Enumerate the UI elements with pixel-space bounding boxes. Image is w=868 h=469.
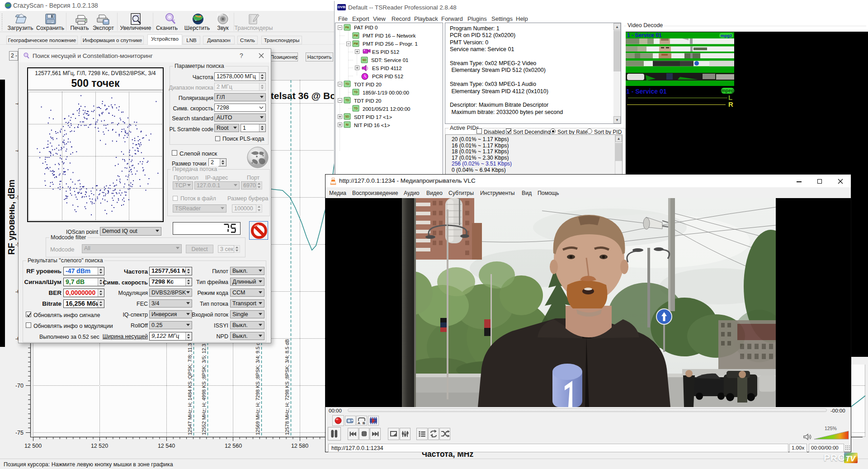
svg-text:TDT PID 20: TDT PID 20 — [354, 98, 382, 104]
svg-text:PCR PID 512: PCR PID 512 — [372, 74, 403, 79]
svg-text:12 500: 12 500 — [24, 443, 42, 449]
svg-text:12578 MHz; H; 7298 KS ;8PSK; 3: 12578 MHz; H; 7298 KS ;8PSK; 3/4; 8.5 dB — [284, 339, 290, 435]
svg-text:NIT PID 16 <1>: NIT PID 16 <1> — [354, 123, 390, 128]
svg-text:12552 MHz; H; 4998 KS ;8PSK; 3: 12552 MHz; H; 4998 KS ;8PSK; 3/5; 12.3 d… — [201, 336, 207, 435]
svg-text:2001/05/21 12:00:00: 2001/05/21 12:00:00 — [363, 106, 410, 112]
svg-text:TD: TD — [345, 82, 349, 85]
svg-text:PMT PID 16 – Network: PMT PID 16 – Network — [363, 33, 416, 38]
svg-text:TOT PID 20: TOT PID 20 — [354, 82, 382, 87]
svg-text:ES PID 4112: ES PID 4112 — [372, 66, 402, 71]
svg-text:mpg2: mpg2 — [721, 33, 732, 38]
svg-text:ES PID 512: ES PID 512 — [372, 49, 399, 55]
svg-text:-75: -75 — [15, 430, 24, 436]
svg-text:NI: NI — [346, 123, 349, 126]
svg-text:12 520: 12 520 — [91, 443, 108, 449]
svg-text:1859/-1/19 00:00:00: 1859/-1/19 00:00:00 — [363, 90, 409, 95]
svg-text:SD: SD — [345, 115, 349, 118]
svg-text:B: B — [363, 421, 365, 425]
svg-text:12 560: 12 560 — [225, 443, 242, 449]
svg-text:A: A — [358, 421, 360, 425]
svg-text:PMT PID 256 – Progr. 1: PMT PID 256 – Progr. 1 — [363, 41, 418, 47]
svg-text:PM: PM — [354, 42, 358, 45]
svg-text:12 540: 12 540 — [158, 443, 175, 449]
svg-text:TV: TV — [845, 455, 856, 463]
svg-text:TD: TD — [354, 107, 358, 110]
svg-text:RF уровень, dBm: RF уровень, dBm — [6, 180, 16, 255]
svg-text:SD: SD — [362, 58, 366, 62]
svg-text:SDT PID 17 <1>: SDT PID 17 <1> — [354, 114, 392, 120]
svg-text:12569 MHz; H; 7298 KS ;8PSK; 3: 12569 MHz; H; 7298 KS ;8PSK; 3/4; 9.5 dB — [255, 339, 260, 435]
svg-text:12 580: 12 580 — [291, 443, 308, 449]
svg-text:SDT: Service 01: SDT: Service 01 — [371, 57, 408, 63]
svg-text:PM: PM — [354, 34, 358, 37]
svg-text:PA: PA — [345, 26, 349, 29]
svg-text:TD: TD — [345, 99, 349, 102]
svg-text:PAT PID 0: PAT PID 0 — [354, 25, 377, 30]
svg-text:-70: -70 — [15, 383, 24, 389]
svg-text:TD: TD — [354, 90, 358, 94]
svg-text:1 - Service 01: 1 - Service 01 — [627, 32, 662, 38]
svg-text:12547 MHz; H; 1484 KS ;QPSK; 7: 12547 MHz; H; 1484 KS ;QPSK; 7/8; 11.3 d… — [187, 336, 193, 435]
